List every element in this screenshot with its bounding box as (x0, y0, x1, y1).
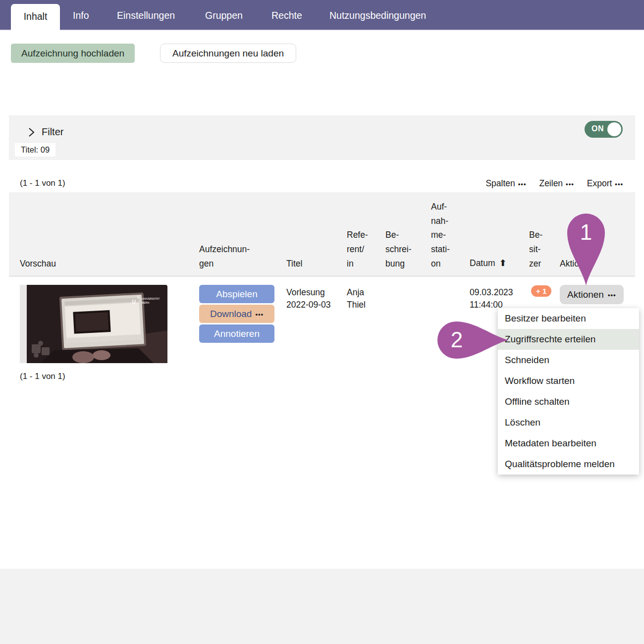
recording-thumbnail[interactable]: u b UNIVERSITÄT BERN (20, 285, 167, 363)
menu-item-schneiden[interactable]: Schneiden (498, 350, 639, 371)
export-menu-button[interactable]: Export ••• (587, 178, 623, 189)
play-label: Abspielen (216, 289, 257, 300)
more-dots-icon: ••• (255, 311, 264, 318)
menu-item-metadaten-bearbeiten[interactable]: Metadaten bearbeiten (498, 433, 639, 454)
upload-recording-button[interactable]: Aufzeichnung hochladen (11, 44, 135, 63)
columns-label: Spalten (485, 178, 515, 189)
sort-ascending-icon: ⬆ (499, 258, 507, 268)
annotate-label: Annotieren (214, 328, 260, 339)
column-header-aufnahmestation[interactable]: Auf- nah- me- stati- on (431, 200, 450, 271)
annotation-step-number: 2 (437, 327, 477, 352)
tab-inhalt[interactable]: Inhalt (11, 4, 60, 32)
annotation-pin-2: 2 (436, 321, 509, 360)
column-header-datum[interactable]: Datum⬆ (470, 256, 507, 271)
filter-panel: Filter ON Titel: 09 (9, 115, 635, 160)
more-dots-icon: ••• (608, 291, 616, 299)
result-count-bottom: (1 - 1 von 1) (20, 372, 65, 381)
play-button[interactable]: Abspielen (199, 285, 274, 303)
svg-text:b: b (137, 295, 139, 300)
menu-item-offline-schalten[interactable]: Offline schalten (498, 391, 639, 412)
more-dots-icon: ••• (566, 180, 574, 188)
column-header-referent[interactable]: Refe- rent/ in (347, 228, 368, 271)
filter-chip-titel[interactable]: Titel: 09 (15, 143, 55, 157)
rows-menu-button[interactable]: Zeilen ••• (539, 178, 574, 189)
filter-expander[interactable]: Filter (28, 126, 63, 138)
download-label: Download (210, 309, 252, 320)
column-header-besitzer[interactable]: Be- sit- zer (529, 228, 542, 271)
toggle-on-label: ON (591, 124, 604, 133)
menu-item-qualitaetsprobleme-melden[interactable]: Qualitätsprobleme melden (498, 454, 639, 475)
menu-item-zugriffsrechte-erteilen[interactable]: Zugriffsrechte erteilen (498, 329, 639, 350)
toggle-knob (607, 122, 621, 136)
datum-label: Datum (470, 258, 495, 268)
tab-rechte[interactable]: Rechte (271, 0, 302, 31)
annotation-step-number: 1 (566, 220, 606, 245)
filter-on-toggle[interactable]: ON (585, 121, 623, 138)
recording-buttons: Abspielen Download ••• Annotieren (199, 285, 274, 344)
column-header-aufzeichnungen[interactable]: Aufzeichnun- gen (199, 242, 250, 271)
top-nav-bar: Inhalt Info Einstellungen Gruppen Rechte… (0, 0, 644, 31)
actions-dropdown-menu: Besitzer bearbeiten Zugriffsrechte ertei… (498, 308, 639, 475)
filter-label: Filter (42, 126, 63, 138)
row-actions-button[interactable]: Aktionen ••• (560, 285, 624, 304)
columns-menu-button[interactable]: Spalten ••• (485, 178, 526, 189)
more-dots-icon: ••• (615, 180, 623, 188)
export-label: Export (587, 178, 612, 189)
annotation-pin-1: 1 (566, 212, 606, 286)
table-tools: Spalten ••• Zeilen ••• Export ••• (485, 178, 623, 189)
reload-recordings-button[interactable]: Aufzeichnungen neu laden (160, 44, 296, 63)
cell-referent: Anja Thiel (347, 286, 366, 312)
cell-titel: Vorlesung 2022-09-03 (286, 286, 331, 312)
footer-area (0, 569, 644, 644)
chevron-right-icon (28, 127, 35, 137)
menu-item-besitzer-bearbeiten[interactable]: Besitzer bearbeiten (498, 308, 639, 329)
more-dots-icon: ••• (518, 180, 527, 188)
rows-label: Zeilen (539, 178, 563, 189)
svg-text:u: u (132, 296, 136, 306)
tab-gruppen[interactable]: Gruppen (205, 0, 243, 31)
download-button[interactable]: Download ••• (199, 305, 274, 323)
column-header-beschreibung[interactable]: Be- schrei- bung (385, 228, 412, 271)
menu-item-workflow-starten[interactable]: Workflow starten (498, 371, 639, 391)
result-count-top: (1 - 1 von 1) (20, 178, 65, 188)
menu-item-loeschen[interactable]: Löschen (498, 412, 639, 433)
column-header-titel[interactable]: Titel (286, 257, 302, 271)
actions-label: Aktionen (567, 289, 604, 300)
tab-nutzungsbedingungen[interactable]: Nutzungsbedingungen (329, 0, 426, 31)
column-header-vorschau[interactable]: Vorschau (20, 257, 56, 271)
svg-text:UNIVERSITÄT: UNIVERSITÄT (142, 297, 160, 300)
svg-text:BERN: BERN (142, 301, 149, 304)
owner-count-badge[interactable]: + 1 (531, 285, 551, 297)
tab-info[interactable]: Info (73, 0, 89, 31)
table-header: Vorschau Aufzeichnun- gen Titel Refe- re… (9, 192, 635, 276)
annotate-button[interactable]: Annotieren (199, 324, 274, 343)
tab-einstellungen[interactable]: Einstellungen (117, 0, 175, 31)
